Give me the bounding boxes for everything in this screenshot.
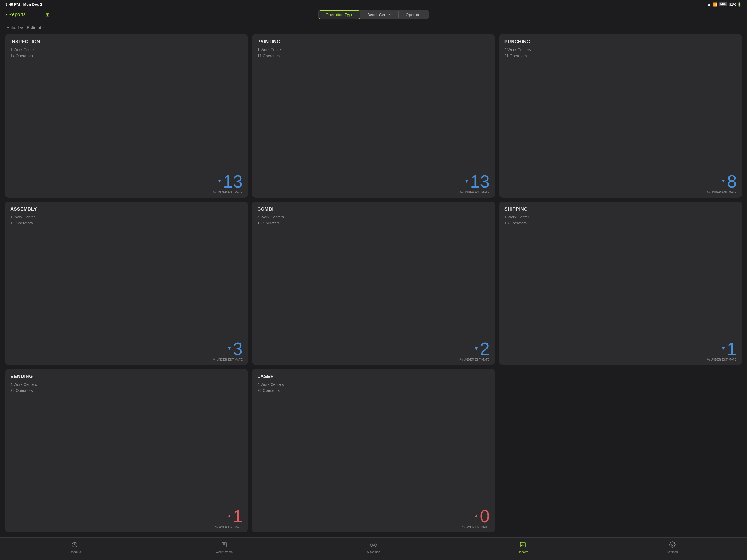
tab-label-settings: Settings	[667, 550, 678, 554]
card-number: 1	[233, 508, 243, 525]
card-title: COMBI	[257, 206, 489, 212]
card-title: INSPECTION	[10, 39, 242, 45]
card-sublabel: % UNDER ESTIMATE	[213, 191, 242, 194]
card-combi[interactable]: COMBI 4 Work Centers15 Operators ▼ 2 % U…	[252, 202, 495, 365]
cards-grid: INSPECTION 1 Work Center14 Operators ▼ 1…	[0, 33, 747, 537]
svg-point-5	[373, 544, 374, 545]
card-number-row: ▼ 13	[217, 173, 242, 190]
card-value-container: ▼ 3 % UNDER ESTIMATE	[213, 340, 242, 361]
tab-schedule[interactable]: Schedule	[0, 540, 149, 555]
card-meta: 4 Work Centers26 Operators	[10, 381, 242, 394]
segment-control: Operation Type Work Center Operator	[318, 10, 429, 19]
card-number: 3	[233, 340, 243, 358]
card-shipping[interactable]: SHIPPING 1 Work Center13 Operators ▼ 1 %…	[499, 202, 742, 365]
card-value-container: ▼ 1 % UNDER ESTIMATE	[707, 340, 737, 361]
card-assembly[interactable]: ASSEMBLY 1 Work Center13 Operators ▼ 3 %…	[5, 202, 248, 365]
card-value-container: ▲ 1 % OVER ESTIMATE	[215, 508, 243, 529]
card-number-row: ▼ 8	[721, 173, 737, 190]
card-meta: 1 Work Center13 Operators	[10, 214, 242, 226]
tab-icon-reports	[519, 541, 526, 549]
tab-icon-schedule	[71, 541, 78, 549]
card-value-container: ▼ 13 % UNDER ESTIMATE	[460, 173, 489, 194]
card-laser[interactable]: LASER 4 Work Centers26 Operators ▲ 0 % O…	[252, 369, 495, 532]
signal-icon	[706, 3, 712, 6]
card-meta: 1 Work Center11 Operators	[257, 47, 489, 59]
card-title: SHIPPING	[505, 206, 737, 212]
tab-settings[interactable]: Settings	[598, 540, 747, 555]
card-arrow-icon: ▼	[217, 179, 222, 183]
card-sublabel: % OVER ESTIMATE	[462, 526, 490, 529]
card-number-row: ▼ 1	[721, 340, 737, 358]
back-arrow-icon: ‹	[5, 12, 7, 18]
back-button[interactable]: ‹ Reports	[5, 12, 26, 18]
tab-icon-work-orders	[221, 541, 228, 549]
card-meta: 1 Work Center13 Operators	[505, 214, 737, 226]
card-sublabel: % UNDER ESTIMATE	[707, 358, 737, 361]
card-sublabel: % UNDER ESTIMATE	[460, 191, 489, 194]
sidebar-icon: ⊞	[45, 12, 50, 18]
status-time: 3:49 PM Mon Dec 2	[5, 2, 42, 6]
card-meta: 2 Work Centers21 Operators	[505, 47, 737, 59]
segment-operation-type[interactable]: Operation Type	[318, 10, 360, 19]
wifi-icon: 📶	[713, 2, 718, 6]
card-meta: 1 Work Center14 Operators	[10, 47, 242, 59]
card-title: PAINTING	[257, 39, 489, 45]
tab-work-orders[interactable]: Work Orders	[149, 540, 299, 555]
card-arrow-icon: ▲	[227, 513, 232, 518]
card-arrow-icon: ▼	[474, 346, 479, 351]
card-title: ASSEMBLY	[10, 206, 242, 212]
card-value-container: ▼ 13 % UNDER ESTIMATE	[213, 173, 242, 194]
card-number: 13	[470, 173, 489, 190]
card-number: 1	[727, 340, 737, 358]
card-sublabel: % UNDER ESTIMATE	[460, 358, 489, 361]
tab-reports[interactable]: Reports	[448, 540, 597, 555]
segment-work-center[interactable]: Work Center	[362, 10, 398, 19]
card-sublabel: % OVER ESTIMATE	[215, 526, 243, 529]
tab-icon-settings	[669, 541, 676, 549]
card-bending[interactable]: BENDING 4 Work Centers26 Operators ▲ 1 %…	[5, 369, 248, 532]
card-number: 0	[480, 508, 490, 525]
card-number: 2	[480, 340, 490, 358]
vpn-badge: VPN	[719, 2, 728, 6]
card-value-container: ▲ 0 % OVER ESTIMATE	[462, 508, 490, 529]
card-meta: 4 Work Centers15 Operators	[257, 214, 489, 226]
card-arrow-icon: ▼	[721, 346, 726, 351]
card-sublabel: % UNDER ESTIMATE	[213, 358, 242, 361]
card-title: PUNCHING	[505, 39, 737, 45]
card-arrow-icon: ▼	[464, 179, 469, 183]
card-number: 8	[727, 173, 737, 190]
tab-machines[interactable]: Machines	[299, 540, 448, 555]
card-painting[interactable]: PAINTING 1 Work Center11 Operators ▼ 13 …	[252, 34, 495, 198]
status-right: 📶 VPN 81% 🔋	[706, 2, 742, 6]
card-number-row: ▼ 3	[227, 340, 242, 358]
card-arrow-icon: ▼	[721, 179, 726, 183]
back-label: Reports	[8, 12, 26, 18]
tab-icon-machines	[370, 541, 377, 549]
tab-label-machines: Machines	[367, 550, 380, 554]
sidebar-toggle-button[interactable]: ⊞	[44, 11, 51, 18]
battery-icon: 81% 🔋	[729, 2, 742, 6]
card-arrow-icon: ▼	[227, 346, 232, 351]
tab-label-schedule: Schedule	[68, 550, 81, 554]
card-title: LASER	[257, 374, 489, 379]
svg-point-7	[672, 544, 673, 545]
card-number-row: ▼ 2	[474, 340, 489, 358]
card-meta: 4 Work Centers26 Operators	[257, 381, 489, 394]
card-value-container: ▼ 8 % UNDER ESTIMATE	[707, 173, 737, 194]
card-inspection[interactable]: INSPECTION 1 Work Center14 Operators ▼ 1…	[5, 34, 248, 198]
tab-label-reports: Reports	[518, 550, 528, 554]
card-arrow-icon: ▲	[474, 513, 479, 518]
card-number-row: ▲ 0	[474, 508, 489, 525]
header: ‹ Reports ⊞ Operation Type Work Center O…	[0, 8, 747, 22]
card-number-row: ▼ 13	[464, 173, 490, 190]
card-sublabel: % UNDER ESTIMATE	[707, 191, 737, 194]
tab-bar: Schedule Work Orders Machines Reports Se…	[0, 537, 747, 560]
card-value-container: ▼ 2 % UNDER ESTIMATE	[460, 340, 489, 361]
segment-operator[interactable]: Operator	[399, 10, 429, 19]
status-bar: 3:49 PM Mon Dec 2 📶 VPN 81% 🔋	[0, 0, 747, 8]
tab-label-work-orders: Work Orders	[216, 550, 233, 554]
card-number: 13	[223, 173, 242, 190]
section-title: Actual vs. Estimate	[0, 22, 747, 33]
card-number-row: ▲ 1	[227, 508, 242, 525]
card-punching[interactable]: PUNCHING 2 Work Centers21 Operators ▼ 8 …	[499, 34, 742, 198]
